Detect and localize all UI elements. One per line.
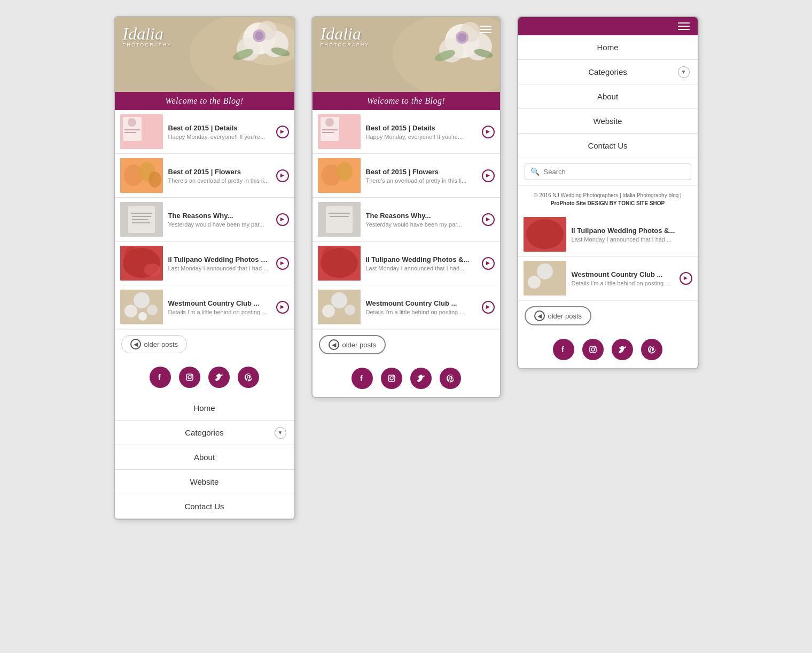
post-thumb-2: [120, 158, 163, 193]
nav-contact-1[interactable]: Contact Us: [115, 494, 294, 519]
thumb-svg-2: [120, 158, 163, 193]
post-item-3[interactable]: The Reasons Why... Yesterday would have …: [115, 198, 294, 242]
twitter-icon-1[interactable]: [208, 367, 230, 388]
header-1: Idalia PHOTOGRAPHY: [115, 17, 294, 92]
instagram-icon-2[interactable]: [381, 368, 402, 389]
header-bg-2: Idalia PHOTOGRAPHY: [313, 17, 500, 92]
hamburger-btn-2[interactable]: [478, 24, 494, 35]
logo-subtitle-2: PHOTOGRAPHY: [321, 42, 370, 48]
svg-point-56: [337, 162, 353, 181]
post-info-2: Best of 2015 | Flowers There's an overlo…: [168, 168, 271, 184]
pinterest-icon-2[interactable]: [440, 368, 461, 389]
nav-home-3[interactable]: Home: [518, 35, 698, 60]
post-arrow-5[interactable]: ►: [276, 301, 289, 314]
search-input-3[interactable]: [544, 168, 685, 176]
nav-categories-1[interactable]: Categories ▼: [115, 421, 294, 445]
post-excerpt-2-3: Yesterday would have been my par...: [366, 221, 477, 228]
header-bg-1: Idalia PHOTOGRAPHY: [115, 17, 294, 92]
svg-text:f: f: [561, 345, 564, 354]
post-arrow-2-5[interactable]: ►: [482, 301, 495, 314]
social-bar-1: f: [115, 359, 294, 396]
instagram-icon-3[interactable]: [582, 339, 604, 360]
older-posts-label-3: older posts: [548, 312, 582, 320]
post-title-2-3: The Reasons Why...: [366, 212, 477, 220]
older-posts-btn-1[interactable]: ◀ older posts: [121, 335, 188, 353]
post-arrow-2-1[interactable]: ►: [482, 126, 495, 138]
post-item-2-1[interactable]: Best of 2015 | Details Happy Monday, eve…: [313, 110, 500, 154]
post-item-3-5[interactable]: Westmount Country Club ... Details I'm a…: [518, 256, 698, 300]
post-item-2-4[interactable]: il Tulipano Wedding Photos &... Last Mon…: [313, 242, 500, 285]
nav-website-1[interactable]: Website: [115, 470, 294, 494]
post-title-1: Best of 2015 | Details: [168, 124, 271, 132]
svg-rect-15: [124, 132, 136, 133]
post-item-2-5[interactable]: Westmount Country Club ... Details I'm a…: [313, 285, 500, 329]
svg-point-29: [144, 263, 160, 276]
nav-about-1[interactable]: About: [115, 445, 294, 470]
svg-point-75: [537, 263, 553, 279]
older-posts-btn-2[interactable]: ◀ older posts: [319, 335, 386, 354]
post-item-2-3[interactable]: The Reasons Why... Yesterday would have …: [313, 198, 500, 242]
facebook-icon-2[interactable]: f: [352, 368, 373, 389]
nav-categories-3[interactable]: Categories ▼: [518, 60, 698, 84]
pinterest-icon-3[interactable]: [641, 339, 662, 360]
phone-frame-2: Idalia PHOTOGRAPHY Welcome to the Blog!: [311, 16, 501, 398]
post-item-3-4[interactable]: il Tulipano Wedding Photos &... Last Mon…: [518, 213, 698, 256]
post-arrow-2-2[interactable]: ►: [482, 169, 495, 182]
post-arrow-3-5[interactable]: ►: [680, 272, 692, 285]
post-info-4: il Tulipano Wedding Photos &... Last Mon…: [168, 255, 271, 271]
post-title-2-1: Best of 2015 | Details: [366, 124, 477, 132]
post-excerpt-5: Details I'm a little behind on posting .…: [168, 309, 271, 315]
svg-rect-23: [132, 216, 151, 217]
twitter-icon-3[interactable]: [612, 339, 633, 360]
nav-home-1[interactable]: Home: [115, 396, 294, 421]
post-thumb-2-3: [318, 202, 361, 237]
nav-contact-3[interactable]: Contact Us: [518, 134, 698, 158]
facebook-icon-3[interactable]: f: [553, 339, 574, 360]
post-excerpt-2-5: Details I'm a little behind on posting .…: [366, 309, 477, 315]
svg-rect-22: [131, 213, 152, 214]
welcome-banner-1: Welcome to the Blog!: [115, 92, 294, 110]
post-info-2-4: il Tulipano Wedding Photos &... Last Mon…: [366, 255, 477, 271]
post-arrow-2[interactable]: ►: [276, 169, 289, 182]
pinterest-icon-1[interactable]: [238, 367, 259, 388]
post-arrow-2-3[interactable]: ►: [482, 213, 495, 226]
instagram-icon-1[interactable]: [179, 367, 200, 388]
post-item-2-2[interactable]: Best of 2015 | Flowers There's an overlo…: [313, 154, 500, 198]
svg-point-34: [138, 312, 147, 321]
post-item-2[interactable]: Best of 2015 | Flowers There's an overlo…: [115, 154, 294, 198]
post-info-2-1: Best of 2015 | Details Happy Monday, eve…: [366, 124, 477, 140]
post-arrow-1[interactable]: ►: [276, 126, 289, 138]
post-item-4[interactable]: il Tulipano Wedding Photos &... Last Mon…: [115, 242, 294, 285]
post-excerpt-2-2: There's an overload of pretty in this li…: [366, 177, 477, 184]
post-arrow-2-4[interactable]: ►: [482, 257, 495, 270]
post-thumb-2-1: [318, 114, 361, 149]
logo-idalia-1: Idalia: [123, 25, 172, 42]
post-arrow-3[interactable]: ►: [276, 213, 289, 226]
hamburger-btn-3[interactable]: [678, 22, 690, 30]
older-posts-btn-3[interactable]: ◀ older posts: [525, 306, 592, 325]
post-arrow-4[interactable]: ►: [276, 257, 289, 270]
svg-rect-59: [329, 213, 350, 214]
svg-point-67: [345, 305, 355, 315]
svg-point-79: [591, 348, 595, 351]
post-title-3-4: il Tulipano Wedding Photos &...: [572, 227, 692, 235]
post-item-1[interactable]: Best of 2015 | Details Happy Monday, eve…: [115, 110, 294, 154]
svg-point-38: [191, 375, 192, 376]
post-title-2-2: Best of 2015 | Flowers: [366, 168, 477, 176]
post-item-5[interactable]: Westmount Country Club ... Details I'm a…: [115, 285, 294, 329]
post-list-2: Best of 2015 | Details Happy Monday, eve…: [313, 110, 500, 329]
nav-website-3[interactable]: Website: [518, 109, 698, 134]
twitter-icon-2[interactable]: [410, 368, 432, 389]
thumb-svg-4: [120, 246, 163, 281]
hamburger-line-3-1: [678, 22, 690, 24]
svg-point-19: [149, 172, 161, 188]
footer-copyright-3: © 2016 NJ Wedding Photographers | Idalia…: [534, 192, 681, 198]
hamburger-line-1: [480, 26, 491, 27]
nav-about-3[interactable]: About: [518, 84, 698, 109]
facebook-icon-1[interactable]: f: [150, 367, 171, 388]
post-thumb-3-4: [524, 217, 566, 252]
frame3-header: [518, 17, 698, 35]
post-title-3-5: Westmount Country Club ...: [572, 270, 674, 278]
search-bar-3: 🔍: [518, 158, 698, 185]
thumb-svg-1: [120, 114, 163, 149]
